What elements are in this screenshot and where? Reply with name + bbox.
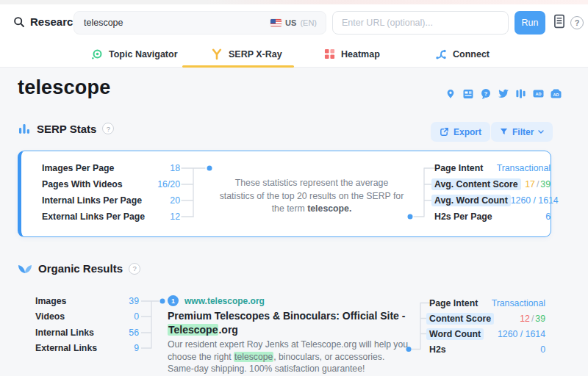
ad-badge-text: AD [536,92,542,96]
app-root: Research US (EN) Run ? Topic Navigator S… [0,0,588,376]
right-connector-lines [405,160,437,228]
stat-row: Pages With Videos 16/20 [42,176,180,192]
tab-topic-navigator[interactable]: Topic Navigator [91,41,178,67]
export-button[interactable]: Export [431,122,490,142]
chevron-down-icon [538,130,544,134]
title-text: .org [218,324,237,336]
stat-row: Internal Links Per Page 20 [42,192,180,209]
organic-left-list: Images 39 Videos 0 Internal Links 56 Ext… [35,293,139,356]
svg-text:?: ? [484,90,487,96]
ads-top-icon[interactable]: AD [532,87,545,100]
carousel-icon[interactable] [514,87,527,100]
score-target: 39 [535,314,545,324]
stat-value: 6 [545,212,551,222]
locale-selector[interactable]: US (EN) [270,18,326,27]
branch-icon [435,48,447,60]
ad-badge-text: AD [553,93,559,97]
result-rank-badge: 1 [168,295,179,306]
score-target: 39 [540,179,551,189]
funnel-icon [500,128,508,136]
result-description: Our resident expert Roy Jenks at Telesco… [168,339,410,375]
stat-value: Transactional [492,298,545,308]
score-separator: / [531,314,534,324]
score-separator: / [537,179,539,189]
stat-label: Images Per Page [42,163,114,173]
ads-bottom-icon[interactable]: AD [550,87,562,100]
stat-value: 56 [129,328,139,338]
keyword-input[interactable] [74,18,270,28]
stat-value: 20 [170,195,180,206]
url-input[interactable] [332,11,509,35]
stat-label: Word Count [426,328,484,340]
filter-label: Filter [512,127,534,137]
stat-label: External Links Per Page [42,212,145,222]
stat-value: Transactional [497,163,551,173]
stat-label: Internal Links Per Page [42,195,142,206]
stat-label: Internal Links [35,328,94,338]
stat-label: H2s Per Page [434,212,492,222]
organic-left-connector [141,295,168,352]
stat-value: 17/39 [525,179,551,189]
active-tab-underline [182,65,294,68]
stat-label: Avg. Content Score [431,178,521,190]
help-icon[interactable]: ? [129,263,140,275]
help-icon[interactable]: ? [570,16,584,29]
help-icon[interactable]: ? [102,123,114,134]
serp-stats-header: SERP Stats ? [18,122,114,135]
stat-label: Page Intent [434,163,483,173]
run-button[interactable]: Run [514,11,545,35]
stat-label: Pages With Videos [42,179,123,189]
left-connector-lines [180,160,217,228]
twitter-icon[interactable] [497,87,509,100]
result-title-link[interactable]: Premium Telescopes & Binoculars: Officia… [168,309,422,337]
serp-stats-note: These statistics represent the average s… [217,177,406,216]
stat-value: 0 [134,311,139,322]
filter-button[interactable]: Filter [491,122,553,142]
score-current: 17 [525,179,535,189]
export-label: Export [453,127,481,137]
section-title: SERP Stats [37,123,96,135]
stat-row: Videos 0 [35,309,139,325]
tab-connect[interactable]: Connect [435,41,490,67]
organic-results-header: Organic Results ? [18,262,140,275]
tab-label: Heatmap [341,49,380,59]
leaf-icon [18,263,32,275]
grid-icon [324,48,335,59]
stat-value: 12 [170,212,180,222]
stat-row: Avg. Word Count 1260 / 1614 [434,192,551,209]
serp-stats-right-list: Page Intent Transactional Avg. Content S… [434,160,551,225]
serp-feature-icons: ? AD AD [444,87,562,100]
news-icon[interactable] [462,87,474,100]
people-also-ask-icon[interactable]: ? [479,87,492,100]
local-pin-icon[interactable] [444,87,456,100]
stat-row: Images 39 [35,293,139,309]
locale-lang: (EN) [300,18,317,27]
stat-label: External Links [35,343,97,353]
stat-label: Videos [35,311,65,322]
connector-dot [160,299,165,304]
history-list-icon[interactable] [552,13,567,31]
tab-label: Connect [453,49,490,59]
connector-dot [406,347,412,352]
export-icon [440,127,449,137]
tab-label: Topic Navigator [109,49,178,59]
us-flag-icon [270,19,282,26]
keyword-search-box: US (EN) [74,11,326,35]
search-icon [13,16,25,28]
organic-right-connector [406,297,431,353]
stat-value: 12/39 [520,314,545,324]
desc-keyword-highlight: telescope [234,352,273,362]
page-title: telescope [18,76,110,99]
bar-chart-icon [18,122,31,135]
stat-row: Content Score 12/39 [429,311,545,326]
xray-wishbone-icon [211,48,223,60]
stat-value: 16/20 [157,179,180,189]
stat-row: Word Count 1260 / 1614 [429,326,545,341]
tab-heatmap[interactable]: Heatmap [324,41,380,67]
result-url-link[interactable]: www.telescope.org [184,296,265,306]
stat-row: H2s 0 [429,341,545,357]
tab-serp-x-ray[interactable]: SERP X-Ray [211,41,282,67]
title-text: Premium Telescopes & Binoculars: Officia… [168,310,405,322]
tab-bar: Topic Navigator SERP X-Ray Heatmap Conne… [0,41,588,68]
target-icon [91,48,103,60]
